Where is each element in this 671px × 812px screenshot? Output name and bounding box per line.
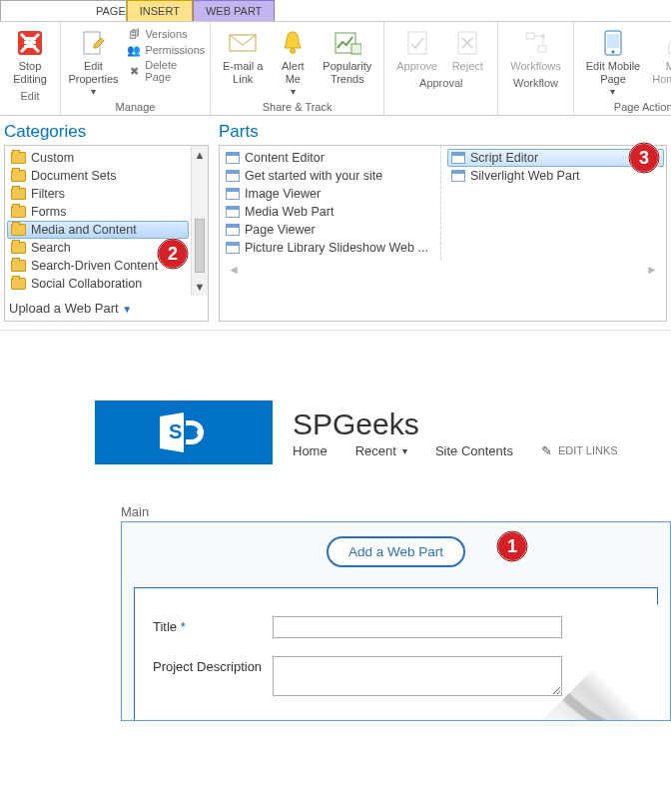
upload-webpart-link[interactable]: Upload a Web Part ▼: [5, 296, 208, 321]
category-item[interactable]: Social Collaboration: [7, 275, 189, 293]
webpart-icon: [226, 242, 240, 254]
edit-properties-button[interactable]: Edit Properties ▾: [62, 26, 124, 99]
part-item[interactable]: Picture Library Slideshow Web ...: [222, 239, 438, 257]
folder-icon: [11, 242, 26, 254]
stop-editing-button[interactable]: Stop Editing: [6, 26, 54, 88]
part-label: Content Editor: [245, 151, 325, 165]
tab-insert[interactable]: INSERT: [127, 0, 193, 21]
part-label: Media Web Part: [245, 205, 334, 219]
ribbon-group-manage: Edit Properties ▾ 🗐 Versions 👥 Permissio…: [61, 22, 211, 115]
group-title-edit: Edit: [21, 90, 40, 102]
svg-text:3: 3: [639, 148, 649, 168]
reject-label: Reject: [452, 60, 483, 73]
folder-icon: [11, 188, 26, 200]
group-title-approval: Approval: [419, 77, 462, 89]
svg-point-20: [611, 51, 614, 54]
edit-properties-label: Edit Properties: [68, 60, 118, 86]
category-item[interactable]: Forms: [7, 203, 189, 221]
ribbon-group-edit: Stop Editing Edit: [0, 22, 61, 115]
svg-point-17: [541, 34, 545, 38]
envelope-icon: [228, 28, 258, 58]
category-item[interactable]: Document Sets: [7, 167, 189, 185]
scroll-thumb[interactable]: [195, 219, 205, 273]
approve-button[interactable]: Approve: [390, 26, 443, 75]
part-item[interactable]: Content Editor: [222, 149, 438, 167]
category-item[interactable]: Filters: [7, 185, 189, 203]
ribbon-group-page-actions: Edit Mobile Page ▾ Make Homepage Page Ac…: [574, 22, 671, 115]
email-link-label: E-mail a Link: [223, 60, 263, 86]
categories-body: CustomDocument SetsFiltersFormsMedia and…: [4, 145, 209, 322]
nav-recent[interactable]: Recent ▾: [355, 443, 407, 458]
site-logo[interactable]: S: [95, 401, 273, 464]
scroll-up-icon: ▲: [195, 149, 206, 161]
svg-rect-16: [538, 46, 546, 52]
tab-web-part[interactable]: WEB PART: [193, 0, 275, 21]
email-link-button[interactable]: E-mail a Link: [217, 26, 269, 88]
category-item[interactable]: Custom: [7, 149, 189, 167]
parts-body: Content EditorGet started with your site…: [219, 145, 667, 322]
pencil-icon: ✎: [541, 443, 552, 458]
part-item[interactable]: Image Viewer: [222, 185, 438, 203]
chevron-down-icon: ▼: [122, 304, 132, 315]
field-title-row: Title *: [153, 616, 639, 638]
svg-point-29: [197, 429, 203, 435]
site-title: SPGeeks: [293, 407, 618, 441]
folder-icon: [11, 278, 26, 290]
reject-button[interactable]: Reject: [443, 26, 491, 75]
svg-rect-19: [607, 34, 619, 48]
scroll-down-icon: ▼: [195, 281, 206, 293]
part-item[interactable]: Media Web Part: [222, 203, 438, 221]
edit-mobile-page-button[interactable]: Edit Mobile Page ▾: [580, 26, 646, 99]
part-item[interactable]: Get started with your site: [222, 167, 438, 185]
zone-main-label: Main: [121, 504, 671, 519]
chevron-down-icon: ▾: [291, 86, 296, 97]
bell-icon: [278, 28, 308, 58]
add-web-part-button[interactable]: Add a Web Part: [327, 536, 465, 567]
workflows-button[interactable]: Workflows: [504, 26, 567, 75]
required-mark: *: [181, 619, 186, 634]
svg-text:1: 1: [506, 536, 516, 556]
annotation-badge-3: 3: [628, 142, 660, 174]
categories-scrollbar[interactable]: ▲ ▼: [191, 146, 208, 296]
webpart-icon: [226, 188, 240, 200]
mobile-icon: [598, 28, 628, 58]
nav-site-contents[interactable]: Site Contents: [435, 443, 513, 458]
parts-prev-icon[interactable]: ◄: [228, 263, 240, 277]
field-desc-label: Project Description: [153, 656, 273, 674]
make-homepage-button[interactable]: Make Homepage: [646, 26, 671, 88]
categories-list: CustomDocument SetsFiltersFormsMedia and…: [5, 146, 191, 296]
webpart-zone-main: Add a Web Part 1 Title * Project Descrip…: [121, 521, 671, 721]
delete-icon: ✖: [127, 64, 141, 78]
part-item[interactable]: Page Viewer: [222, 221, 438, 239]
alert-me-button[interactable]: Alert Me ▾: [269, 26, 317, 99]
part-label: Script Editor: [470, 151, 538, 165]
category-label: Search-Driven Content: [31, 259, 158, 273]
workflow-icon: [521, 28, 551, 58]
delete-page-label: Delete Page: [145, 59, 205, 83]
description-input[interactable]: [273, 656, 562, 696]
trends-icon: [333, 28, 362, 58]
group-title-workflow: Workflow: [513, 77, 558, 89]
category-label: Media and Content: [31, 223, 137, 237]
site-page: S SPGeeks Home Recent ▾ Site Contents ✎ …: [0, 401, 671, 721]
group-title-page-actions: Page Actions: [614, 101, 671, 113]
title-input[interactable]: [273, 616, 562, 638]
field-title-label: Title *: [153, 616, 273, 634]
category-label: Search: [31, 241, 71, 255]
versions-button[interactable]: 🗐 Versions: [124, 26, 208, 42]
parts-next-icon[interactable]: ►: [646, 263, 658, 277]
webpart-icon: [226, 224, 240, 236]
parts-column-1: Content EditorGet started with your site…: [220, 146, 441, 260]
delete-page-button[interactable]: ✖ Delete Page: [124, 58, 208, 84]
ribbon-group-approval: Approve Reject Approval: [384, 22, 498, 115]
parts-pane: Parts Content EditorGet started with you…: [219, 118, 667, 322]
nav-home[interactable]: Home: [293, 443, 328, 458]
tab-page[interactable]: PAGE: [0, 0, 127, 21]
permissions-button[interactable]: 👥 Permissions: [124, 42, 208, 58]
category-item[interactable]: Media and Content: [7, 221, 189, 239]
edit-links-button[interactable]: ✎ EDIT LINKS: [541, 443, 618, 458]
document-pencil-icon: [78, 28, 108, 58]
group-title-share: Share & Track: [263, 101, 333, 113]
webpart-icon: [226, 152, 240, 164]
popularity-trends-button[interactable]: Popularity Trends: [317, 26, 377, 88]
